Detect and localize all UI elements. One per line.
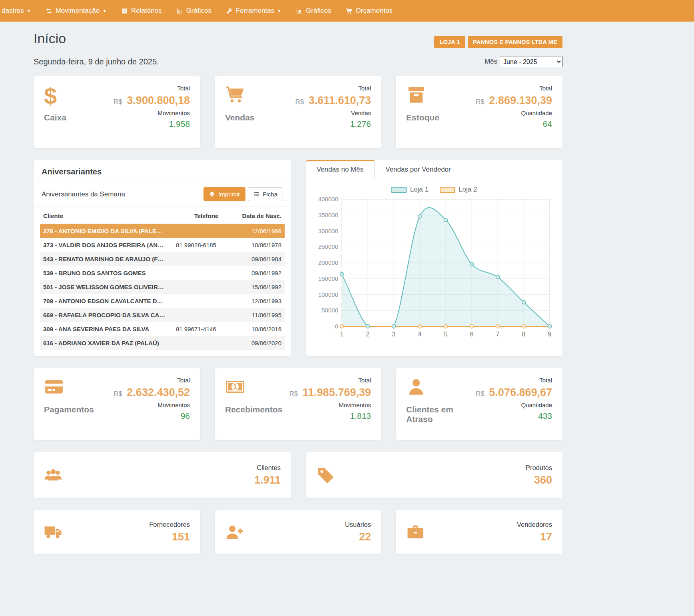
total-value: R$ 2.632.430,52 [114, 386, 190, 399]
nav-item-orcamentos[interactable]: Orçamentos [339, 0, 400, 22]
sub-label: Vendas [295, 110, 371, 116]
nav-item-ferramentas[interactable]: Ferramentas▼ [219, 0, 289, 22]
count-card-value: 1.911 [254, 474, 281, 486]
stat-card-label: Pagamentos [44, 405, 92, 414]
chart-body: Loja 1Loja 2 050000100000150000200000250… [306, 179, 562, 352]
svg-text:300000: 300000 [318, 228, 338, 234]
svg-text:9: 9 [548, 331, 552, 338]
month-select[interactable]: June - 2025 [500, 56, 562, 67]
middle-row: Aniversariantes Aniversariantes da Seman… [34, 160, 562, 356]
count-value: 64 [476, 119, 552, 129]
count-card-label: Usuários [345, 521, 371, 528]
count-card-label: Vendedores [517, 521, 552, 528]
currency-prefix: R$ [114, 390, 122, 398]
total-label: Total [295, 85, 371, 92]
stat-card-label: Recebimentos [225, 405, 273, 414]
date-row: Segunda-feira, 9 de junho de 2025. Mês J… [34, 56, 562, 67]
legend-label: Loja 2 [459, 186, 477, 194]
tab-vendas-no-mes[interactable]: Vendas no Mês [306, 160, 375, 179]
cell-cliente: 501 - JOSE WELISSON GOMES OLIVEIR… [43, 284, 176, 290]
table-row[interactable]: 501 - JOSE WELISSON GOMES OLIVEIR… 15/06… [40, 280, 285, 294]
print-button[interactable]: Imprimir [203, 187, 245, 201]
svg-text:0: 0 [335, 323, 338, 330]
table-row[interactable]: 278 - ANTONIO EMIDIO DA SILVA (PALE… 12/… [40, 224, 285, 238]
count-value: 96 [114, 411, 190, 421]
cell-data-nasc: 12/06/1993 [237, 298, 281, 304]
page-title: Início [34, 31, 66, 46]
month-selector: Mês June - 2025 [485, 56, 562, 67]
sales-chart: 0500001000001500002000002500003000003500… [313, 194, 555, 348]
ficha-button[interactable]: Ficha [248, 187, 283, 201]
table-row[interactable]: 543 - RENATO MARINHO DE ARAUJO (F… 09/06… [40, 252, 285, 266]
cell-cliente: 669 - RAFAELA PROCOPIO DA SILVA CA… [43, 312, 176, 318]
currency-prefix: R$ [476, 390, 485, 398]
column-telefone: Telefone [176, 212, 237, 219]
column-data-nasc: Data de Nasc. [237, 212, 281, 219]
svg-text:3: 3 [392, 331, 396, 338]
total-amount: 2.632.430,52 [124, 386, 190, 398]
svg-text:5: 5 [444, 331, 448, 338]
header-buttons: LOJA 1 PANNOS E PANNOS LTDA ME [434, 36, 562, 48]
cell-cliente: 709 - ANTONIO EDSON CAVALCANTE D… [43, 298, 176, 304]
stat-card-clientes-em-atraso: Clientes em Atraso Total R$ 5.076.869,67… [396, 368, 562, 440]
box-icon [406, 85, 439, 108]
table-row[interactable]: 616 - ADRIANO XAVIER DA PAZ (PALAÚ) 09/0… [40, 336, 285, 350]
total-amount: 11.985.769,39 [299, 386, 371, 398]
stats-row-top: $ Caixa Total R$ 3.900.800,18 Movimentos… [34, 76, 562, 148]
company-button[interactable]: PANNOS E PANNOS LTDA ME [468, 36, 562, 48]
table-row[interactable]: 309 - ANA SEVERINA PAES DA SILVA 81 9967… [40, 322, 285, 336]
table-body: 278 - ANTONIO EMIDIO DA SILVA (PALE… 12/… [40, 224, 285, 350]
stat-card-vendas: Vendas Total R$ 3.611.610,73 Vendas 1.27… [215, 76, 381, 148]
count-card-value: 17 [517, 531, 552, 543]
currency-prefix: R$ [295, 98, 304, 106]
stat-card-pagamentos: Pagamentos Total R$ 2.632.430,52 Movimen… [34, 368, 200, 440]
report-icon [121, 8, 128, 14]
legend-label: Loja 1 [410, 186, 429, 194]
table-row[interactable]: 373 - VALDIR DOS ANJOS PEREIRA (AN… 81 9… [40, 238, 285, 252]
cell-telefone: 81 99828-6185 [176, 242, 237, 248]
store-button[interactable]: LOJA 1 [434, 36, 465, 48]
table-row[interactable]: 709 - ANTONIO EDSON CAVALCANTE D… 12/06/… [40, 294, 285, 308]
count-value: 1.276 [295, 119, 371, 129]
nav-item-label: dastros [2, 7, 24, 15]
sub-label: Quantidade [476, 402, 552, 408]
svg-text:100000: 100000 [318, 291, 338, 298]
tab-vendas-por-vendedor[interactable]: Vendas por Vendedor [375, 160, 462, 179]
total-amount: 3.611.610,73 [305, 94, 371, 106]
table-row[interactable]: 669 - RAFAELA PROCOPIO DA SILVA CA… 11/0… [40, 308, 285, 322]
nav-item-graficos[interactable]: Gráficos [289, 0, 338, 22]
stat-card-caixa: $ Caixa Total R$ 3.900.800,18 Movimentos… [34, 76, 200, 148]
nav-item-graficos[interactable]: Gráficos [169, 0, 219, 22]
stat-card-label: Clientes em Atraso [406, 405, 454, 424]
users-icon [44, 466, 62, 484]
briefcase-icon [406, 523, 425, 541]
stat-card-recebimentos: 1 Recebimentos Total R$ 11.985.769,39 Mo… [215, 368, 381, 440]
nav-item-label: Gráficos [306, 7, 331, 15]
nav-item-relatorios[interactable]: Relatórios [114, 0, 169, 22]
chevron-down-icon: ▼ [102, 8, 107, 13]
cell-cliente: 309 - ANA SEVERINA PAES DA SILVA [43, 326, 176, 332]
currency-prefix: R$ [289, 390, 298, 398]
cell-data-nasc: 15/06/1992 [237, 284, 281, 290]
count-card-fornecedores: Fornecedores 151 [34, 510, 200, 554]
nav-item-movimentacao[interactable]: Movimentação▼ [38, 0, 114, 22]
nav-item-label: Relatórios [131, 7, 162, 15]
stat-card-label: Caixa [44, 113, 66, 122]
user-plus-icon [225, 523, 243, 541]
birthdays-subtitle: Aniversariantes da Semana [42, 190, 125, 198]
table-row[interactable]: 539 - BRUNO DOS SANTOS GOMES 09/06/1992 [40, 266, 285, 280]
birthdays-title: Aniversariantes [34, 160, 291, 182]
legend-item-loja-1: Loja 1 [391, 186, 429, 194]
total-amount: 3.900.800,18 [124, 94, 190, 106]
cart-icon [346, 8, 353, 14]
svg-text:150000: 150000 [318, 275, 338, 282]
total-label: Total [476, 377, 552, 384]
nav-item-dastros[interactable]: dastros▼ [0, 0, 38, 22]
column-cliente: Cliente [43, 212, 176, 219]
birthdays-panel: Aniversariantes Aniversariantes da Seman… [34, 160, 291, 356]
person-icon [406, 377, 454, 400]
count-card-label: Fornecedores [149, 521, 190, 528]
nav-item-label: Ferramentas [236, 7, 274, 15]
birthdays-table: Cliente Telefone Data de Nasc. 278 - ANT… [40, 208, 285, 350]
svg-text:4: 4 [418, 331, 422, 338]
